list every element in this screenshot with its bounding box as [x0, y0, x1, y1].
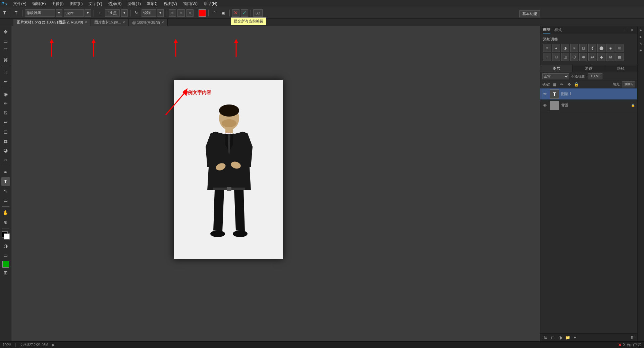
workspace-selector[interactable]: 基本功能 [519, 10, 540, 17]
ri-icon-3[interactable]: A [638, 41, 644, 46]
color-swatches[interactable] [2, 231, 10, 239]
screen-mode-btn[interactable]: ▭ [1, 251, 10, 260]
layer-item-bg[interactable]: 👁 背景 🔒 [540, 100, 637, 111]
adj-color-lookup[interactable]: ◫ [561, 53, 569, 61]
menu-layer[interactable]: 图层(L) [67, 0, 86, 7]
text-tool[interactable]: T [1, 177, 10, 186]
adj-selective-color[interactable]: ◆ [597, 53, 605, 61]
canvas-text[interactable]: 举例文字内容 [183, 90, 211, 96]
layer-group-btn[interactable]: 📁 [565, 335, 571, 341]
adj-brightness[interactable]: ☀ [543, 44, 551, 52]
zoom-tool[interactable]: ⊕ [1, 218, 10, 226]
align-left-btn[interactable]: ≡ [169, 9, 176, 17]
status-arrow[interactable]: ▶ [52, 343, 55, 347]
menu-3d[interactable]: 3D(D) [144, 1, 160, 7]
layer-mask-btn[interactable]: ◻ [550, 335, 556, 341]
font-style-input[interactable] [64, 9, 84, 17]
canvas-area[interactable]: 举例文字内容 [11, 26, 540, 341]
crop-tool[interactable]: ⌗ [1, 68, 10, 77]
ri-icon-1[interactable]: ▶ [638, 27, 644, 33]
lock-transparent-icon[interactable]: ▦ [551, 81, 557, 87]
adj-bw[interactable]: ◈ [606, 44, 614, 52]
tab-2[interactable]: @ 100%(RGB/8) ✕ [129, 19, 168, 26]
adj-colorbal[interactable]: ⬤ [597, 44, 605, 52]
adj-threshold[interactable]: ⊗ [588, 53, 596, 61]
font-size-input[interactable] [105, 9, 120, 17]
text-orientation-btn[interactable]: T [12, 9, 20, 17]
gradient-tool[interactable]: ▦ [1, 137, 10, 145]
menu-edit[interactable]: 编辑(E) [30, 0, 48, 7]
lock-position-icon[interactable]: ✥ [566, 81, 572, 87]
layer-bg-visibility[interactable]: 👁 [542, 103, 548, 108]
layer-delete-btn[interactable]: 🗑 [629, 335, 635, 341]
hand-tool[interactable]: ✋ [1, 208, 10, 217]
tab-0-close[interactable]: ✕ [85, 20, 87, 24]
tab-1-close[interactable]: ✕ [122, 20, 125, 24]
tab-0[interactable]: 图片素材1.png @ 100% (图层 2, RGB/8) ✕ [13, 19, 91, 26]
layer-adjustment-btn[interactable]: ◑ [557, 335, 563, 341]
pen-tool[interactable]: ✒ [1, 168, 10, 177]
menu-file[interactable]: 文件(F) [10, 0, 29, 7]
tab-styles[interactable]: 样式 [554, 27, 562, 33]
adj-photo-filter[interactable]: ↕ [543, 53, 551, 61]
blend-mode-select[interactable]: 正常 [542, 73, 569, 79]
adj-channel-mixer[interactable]: ⊡ [552, 53, 560, 61]
menu-window[interactable]: 窗口(W) [180, 0, 200, 7]
history-brush[interactable]: ↩ [1, 118, 10, 127]
tab-2-close[interactable]: ✕ [161, 20, 164, 24]
blur-tool[interactable]: ◕ [1, 146, 10, 155]
menu-filter[interactable]: 滤镜(T) [125, 0, 143, 7]
ri-icon-2[interactable]: ▶ [638, 34, 644, 40]
ltab-channels[interactable]: 通道 [573, 65, 605, 72]
commit-edit-btn[interactable]: ✓ [241, 9, 248, 17]
extra-tool[interactable]: ⊞ [1, 268, 10, 277]
path-select-tool[interactable]: ↖ [1, 187, 10, 195]
move-tool[interactable]: ✥ [1, 27, 10, 36]
layer-fx-btn[interactable]: fx [542, 335, 548, 341]
lock-all-icon[interactable]: 🔒 [574, 81, 580, 87]
adj-curves[interactable]: ◑ [561, 44, 569, 52]
adj-vibrance[interactable]: ◻ [579, 44, 587, 52]
tab-adjustments[interactable]: 调整 [543, 26, 550, 33]
transform-btn[interactable]: ▣ [220, 9, 227, 17]
adj-extra[interactable]: ▦ [615, 53, 624, 61]
dodge-tool[interactable]: ○ [1, 155, 10, 164]
heal-tool[interactable]: ◉ [1, 90, 10, 98]
font-style-dropdown[interactable]: ▾ [85, 9, 91, 17]
menu-help[interactable]: 帮助(H) [201, 0, 220, 7]
fill-input[interactable] [622, 81, 635, 87]
clone-tool[interactable]: ⎘ [1, 109, 10, 117]
adj-exposure[interactable]: ≈ [570, 44, 578, 52]
foreground-green-swatch[interactable] [2, 261, 9, 268]
menu-select[interactable]: 选择(S) [105, 0, 124, 7]
layer-1-visibility[interactable]: 👁 [542, 91, 548, 97]
3d-btn[interactable]: 3D [253, 9, 263, 17]
menu-view[interactable]: 视图(V) [161, 0, 180, 7]
panel-close-icon[interactable]: ✕ [629, 27, 635, 33]
adj-invert[interactable]: ⬡ [570, 53, 578, 61]
menu-text[interactable]: 文字(Y) [86, 0, 105, 7]
font-family-input[interactable] [25, 9, 55, 17]
ri-icon-4[interactable]: ▶ [638, 48, 644, 53]
adj-gradient-map[interactable]: ⊞ [615, 44, 624, 52]
layer-new-btn[interactable]: + [572, 335, 578, 341]
background-color[interactable] [4, 233, 10, 239]
lasso-tool[interactable]: ⌒ [1, 46, 10, 55]
brush-tool[interactable]: ✏ [1, 99, 10, 108]
cancel-edit-btn[interactable]: ✕ [232, 9, 239, 17]
quick-select-tool[interactable]: ⌘ [1, 56, 10, 64]
eraser-tool[interactable]: ◻ [1, 127, 10, 136]
adj-hsl[interactable]: ❮ [588, 44, 596, 52]
font-size-dropdown[interactable]: ▾ [121, 9, 128, 17]
ltab-paths[interactable]: 路径 [605, 65, 637, 72]
text-color-swatch[interactable] [199, 9, 206, 17]
align-right-btn[interactable]: ≡ [186, 9, 194, 17]
lock-image-icon[interactable]: ✏ [559, 81, 565, 87]
align-center-btn[interactable]: ≡ [177, 9, 185, 17]
aa-select[interactable] [142, 9, 156, 17]
aa-dropdown[interactable]: ▾ [157, 9, 164, 17]
opacity-input[interactable] [588, 73, 602, 79]
adj-levels[interactable]: ▲ [552, 44, 560, 52]
adj-hue-sat[interactable]: ⊠ [606, 53, 614, 61]
quick-mask-btn[interactable]: ◑ [1, 241, 10, 250]
